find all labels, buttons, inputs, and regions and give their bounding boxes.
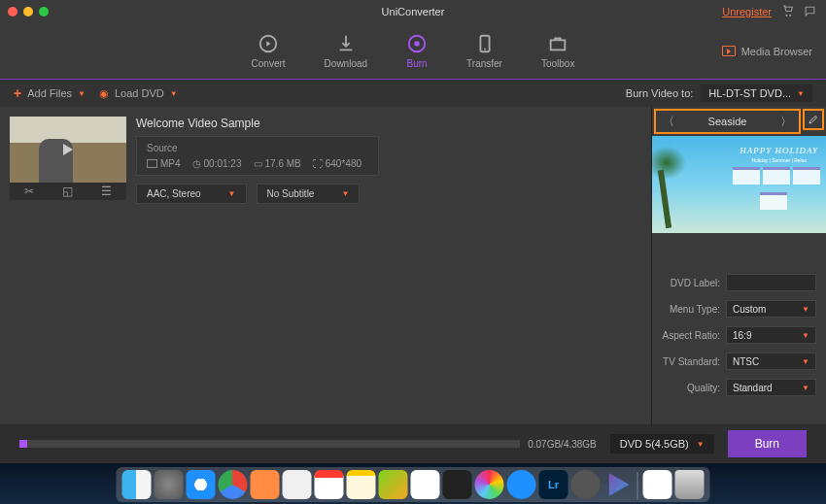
macos-dock: Lr [117, 467, 710, 502]
dock-terminal-icon[interactable] [443, 470, 472, 499]
dock-app-icon[interactable] [251, 470, 280, 499]
chevron-down-icon: ▼ [797, 89, 805, 98]
svg-point-2 [414, 41, 420, 47]
cart-icon[interactable] [781, 5, 794, 19]
chevron-down-icon: ▼ [170, 89, 178, 98]
desktop-background: Lr [0, 463, 826, 504]
window-titlebar: UniConverter Unregister [0, 0, 826, 23]
menu-type-label: Menu Type: [662, 304, 720, 315]
tab-toolbox[interactable]: Toolbox [541, 33, 574, 69]
template-name: Seaside [681, 116, 774, 127]
subtitle-select[interactable]: No Subtitle ▼ [257, 184, 361, 204]
traffic-lights [8, 7, 49, 17]
template-next-button[interactable]: 〉 [774, 114, 799, 130]
video-title: Welcome Video Sample [136, 117, 641, 130]
format-icon [147, 159, 157, 168]
dock-document-icon[interactable] [643, 470, 672, 499]
quality-label: Quality: [662, 383, 720, 393]
source-label: Source [147, 143, 368, 153]
audio-track-select[interactable]: AAC, Stereo ▼ [136, 184, 247, 204]
dvd-label-label: DVD Label: [662, 278, 720, 288]
media-browser-icon [722, 46, 736, 56]
size-progress-bar [19, 440, 520, 448]
resolution-icon: ⛶ [313, 158, 323, 169]
main-tabs: Convert Download Burn Transfer Toolbox M… [0, 23, 826, 80]
tv-standard-label: TV Standard: [662, 356, 720, 367]
chevron-down-icon: ▼ [802, 331, 809, 340]
svg-rect-5 [551, 40, 566, 50]
tab-convert[interactable]: Convert [252, 33, 286, 69]
add-files-button[interactable]: + Add Files ▼ [14, 85, 86, 101]
template-selector: 〈 Seaside 〉 [654, 109, 801, 134]
menu-type-select[interactable]: Custom▼ [726, 300, 816, 318]
load-dvd-button[interactable]: ◉ Load DVD ▼ [99, 87, 178, 100]
quality-select[interactable]: Standard▼ [726, 379, 816, 396]
dock-calendar-icon[interactable] [315, 470, 344, 499]
minimize-window-button[interactable] [23, 7, 33, 17]
dock-play-icon[interactable] [603, 470, 633, 499]
dvd-label-input[interactable] [726, 274, 816, 291]
disc-icon: ◉ [99, 87, 109, 100]
dock-app-icon[interactable] [283, 470, 312, 499]
crop-icon[interactable]: ◱ [62, 185, 73, 198]
burn-settings-panel: 〈 Seaside 〉 HAPPY HOLIDAY Holiday | Summ… [651, 107, 826, 427]
size-progress-text: 0.07GB/4.38GB [528, 439, 597, 450]
chevron-down-icon: ▼ [802, 305, 809, 314]
aspect-ratio-select[interactable]: 16:9▼ [726, 326, 816, 344]
close-window-button[interactable] [8, 7, 17, 17]
clock-icon: ◷ [192, 158, 201, 169]
dock-settings-icon[interactable] [571, 470, 601, 499]
dock-notes-icon[interactable] [347, 470, 376, 499]
tab-download[interactable]: Download [325, 33, 367, 69]
video-card: ✂ ◱ ☰ Welcome Video Sample Source MP4 ◷0… [0, 107, 651, 214]
video-thumbnail[interactable] [10, 117, 126, 183]
tab-transfer[interactable]: Transfer [466, 33, 502, 69]
unregister-link[interactable]: Unregister [722, 6, 772, 17]
window-title: UniConverter [382, 6, 445, 17]
chevron-down-icon: ▼ [802, 357, 809, 366]
dock-separator [637, 472, 638, 499]
chevron-down-icon: ▼ [341, 189, 349, 198]
dock-safari-icon[interactable] [187, 470, 216, 499]
file-icon: ▭ [254, 158, 262, 169]
tv-standard-select[interactable]: NTSC▼ [726, 353, 816, 370]
disc-type-select[interactable]: DVD 5(4.5GB) ▼ [610, 434, 714, 454]
thumbnail-toolbar: ✂ ◱ ☰ [10, 183, 126, 200]
aspect-ratio-label: Aspect Ratio: [662, 330, 720, 341]
dock-finder-icon[interactable] [122, 470, 152, 499]
svg-point-4 [484, 49, 486, 50]
video-list-panel: ✂ ◱ ☰ Welcome Video Sample Source MP4 ◷0… [0, 107, 651, 427]
chevron-down-icon: ▼ [802, 384, 809, 392]
dock-app-icon[interactable] [475, 470, 504, 499]
dock-chrome-icon[interactable] [219, 470, 248, 499]
dock-maps-icon[interactable] [379, 470, 408, 499]
drive-select[interactable]: HL-DT-ST DVD... ▼ [701, 84, 812, 102]
pencil-icon [808, 114, 819, 125]
template-prev-button[interactable]: 〈 [656, 114, 681, 130]
chevron-down-icon: ▼ [78, 89, 86, 98]
template-preview[interactable]: HAPPY HOLIDAY Holiday | Summer | Relax [652, 136, 826, 233]
edit-template-button[interactable] [803, 109, 824, 130]
dock-trash-icon[interactable] [675, 470, 705, 499]
plus-icon: + [14, 85, 21, 101]
tab-burn[interactable]: Burn [406, 33, 428, 69]
dock-appstore-icon[interactable] [507, 470, 536, 499]
trim-icon[interactable]: ✂ [24, 185, 34, 198]
bottom-bar: 0.07GB/4.38GB DVD 5(4.5GB) ▼ Burn [0, 424, 826, 463]
chevron-down-icon: ▼ [697, 440, 705, 449]
adjust-icon[interactable]: ☰ [101, 185, 112, 198]
media-browser-button[interactable]: Media Browser [722, 46, 812, 57]
dock-launchpad-icon[interactable] [155, 470, 184, 499]
video-metadata: Source MP4 ◷00:01:23 ▭17.6 MB ⛶640*480 [136, 136, 379, 176]
action-bar: + Add Files ▼ ◉ Load DVD ▼ Burn Video to… [0, 80, 826, 107]
message-icon[interactable] [804, 5, 816, 19]
dock-lightroom-icon[interactable]: Lr [539, 470, 568, 499]
maximize-window-button[interactable] [39, 7, 49, 17]
chevron-down-icon: ▼ [228, 189, 236, 198]
burn-to-label: Burn Video to: [626, 87, 694, 99]
burn-button[interactable]: Burn [728, 430, 807, 457]
dock-photos-icon[interactable] [411, 470, 440, 499]
template-banner-title: HAPPY HOLIDAY [740, 146, 818, 155]
